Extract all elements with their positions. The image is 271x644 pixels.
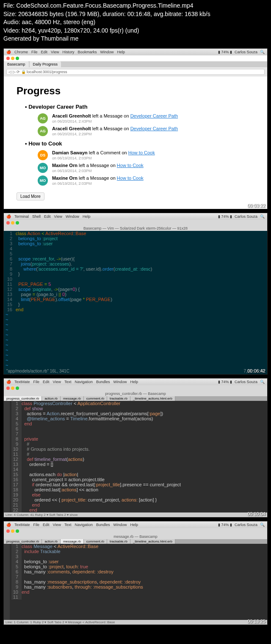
avatar: MO xyxy=(38,175,48,186)
browser-tabs[interactable]: BasecampDaily Progress xyxy=(4,61,267,67)
activity-time: on 06/19/2014, 2:03PM xyxy=(52,156,155,160)
window-controls[interactable] xyxy=(4,385,267,391)
activity-item: AGAraceli Greenholt left a Message on De… xyxy=(38,126,254,136)
activity-time: on 06/20/2014, 2:29PM xyxy=(52,132,178,136)
activity-link[interactable]: How to Cook xyxy=(128,150,155,155)
timestamp: 00:06:42 xyxy=(247,368,265,373)
window-title: message.rb — Basecamp xyxy=(4,534,267,539)
window-controls[interactable] xyxy=(4,55,267,61)
editor-tabs[interactable]: progress_controller.rbaction.rbmessage.r… xyxy=(4,396,267,401)
activity-time: on 06/19/2014, 2:03PM xyxy=(52,169,144,173)
activity-text: Araceli Greenholt left a Message on Deve… xyxy=(52,113,178,118)
status-bar: Line: 1 Column: 1 Ruby 2 ▾ Soft Tabs 2 ▾… xyxy=(4,620,267,625)
terminal-title: Basecamp — Vim — Solarized Dark xterm-25… xyxy=(4,226,267,231)
activity-link[interactable]: Developer Career Path xyxy=(130,113,178,118)
window-controls[interactable] xyxy=(4,220,267,226)
activity-item: DSDamian Sawayn left a Comment on How to… xyxy=(38,150,254,160)
avatar: AG xyxy=(38,126,48,136)
thumbnail-1: 🍎ChromeFileEditViewHistoryBookmarksWindo… xyxy=(3,48,268,209)
mac-menubar: 🍎TerminalShellEditViewWindowHelp ▮ 74% ▮… xyxy=(4,213,267,220)
activity-text: Maxine Orn left a Message on How to Cook xyxy=(52,163,144,168)
window-controls[interactable] xyxy=(4,528,267,534)
activity-text: Damian Sawayn left a Comment on How to C… xyxy=(52,150,155,155)
thumbnail-2: 🍎TerminalShellEditViewWindowHelp ▮ 74% ▮… xyxy=(3,213,268,375)
avatar: AG xyxy=(38,113,48,123)
mac-menubar: 🍎ChromeFileEditViewHistoryBookmarksWindo… xyxy=(4,49,267,55)
address-bar[interactable]: ◁ ▷ ⟳ 🔒 localhost:3001/progress xyxy=(6,69,265,75)
textmate-editor[interactable]: 1class Message < ActiveRecord::Base 2 in… xyxy=(10,544,267,620)
activity-text: Maxine Orn left a Message on How to Cook xyxy=(52,175,144,181)
activity-time: on 06/19/2014, 2:03PM xyxy=(52,181,144,186)
thumbnail-3: 🍎TextMateFileEditViewTextNavigationBundl… xyxy=(3,378,268,518)
avatar: MO xyxy=(38,163,48,173)
mac-menubar: 🍎TextMateFileEditViewTextNavigationBundl… xyxy=(4,521,267,528)
activity-text: Araceli Greenholt left a Message on Deve… xyxy=(52,126,178,131)
file-metadata: File: CodeSchool.com.Feature.Focus.Basec… xyxy=(0,0,271,45)
editor-tabs[interactable]: progress_controller.rbaction.rbmessage.r… xyxy=(4,539,267,544)
activity-link[interactable]: Developer Career Path xyxy=(130,126,178,131)
activity-item: MOMaxine Orn left a Message on How to Co… xyxy=(38,175,254,186)
avatar: DS xyxy=(38,150,48,160)
vim-editor[interactable]: 1class Action < ActiveRecord::Base 2 bel… xyxy=(4,231,267,374)
vim-status-bar: "app/models/action.rb" 16L, 341C7,11 All xyxy=(4,368,267,374)
activity-link[interactable]: How to Cook xyxy=(117,163,144,168)
window-title: progress_controller.rb — Basecamp xyxy=(4,391,267,396)
page-title: Progress xyxy=(17,85,254,97)
timestamp: 00:03:22 xyxy=(247,203,265,208)
activity-link[interactable]: How to Cook xyxy=(117,175,144,181)
load-more-button[interactable]: Load More xyxy=(17,192,44,200)
activity-item: MOMaxine Orn left a Message on How to Co… xyxy=(38,163,254,173)
timestamp: 00:13:25 xyxy=(247,619,265,624)
project-title: • Developer Career Path xyxy=(25,104,254,110)
page-content: Progress • Developer Career PathAGAracel… xyxy=(4,77,267,209)
textmate-editor[interactable]: 1class ProgressController < ApplicationC… xyxy=(10,401,267,512)
timestamp: 00:10:04 xyxy=(247,511,265,516)
project-title: • How to Cook xyxy=(25,140,254,147)
activity-item: AGAraceli Greenholt left a Message on De… xyxy=(38,113,254,123)
activity-time: on 06/20/2014, 2:43PM xyxy=(52,119,178,123)
thumbnail-4: 🍎TextMateFileEditViewTextNavigationBundl… xyxy=(3,521,268,625)
mac-menubar: 🍎TextMateFileEditViewTextNavigationBundl… xyxy=(4,378,267,385)
status-bar: Line: 4 Column: 41 Ruby 2 ▾ Soft Tabs 2 … xyxy=(4,512,267,517)
